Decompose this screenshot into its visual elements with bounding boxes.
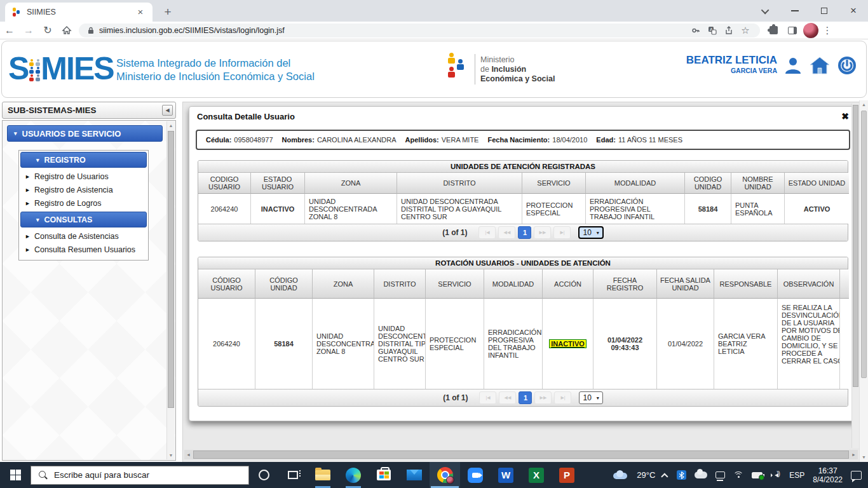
chrome-button[interactable] <box>430 462 460 488</box>
address-bar[interactable]: siimies.inclusion.gob.ec/SIIMIES/vistas/… <box>79 24 760 37</box>
sidebar-section-usuarios-de-servicio[interactable]: ▾ USUARIOS DE SERVICIO <box>7 125 163 142</box>
powerpoint-button[interactable]: P <box>552 462 582 488</box>
sidebar: SUB-SISTEMAS-MIES ◀ ▾ USUARIOS DE SERVIC… <box>2 102 176 461</box>
logout-power-icon[interactable] <box>837 55 857 76</box>
bluetooth-icon[interactable] <box>677 470 686 480</box>
horizontal-scroll-thumb[interactable] <box>193 451 849 459</box>
side-panel-icon[interactable] <box>784 27 801 34</box>
window-close-button[interactable]: × <box>839 0 868 22</box>
action-center-icon[interactable] <box>851 471 862 480</box>
browser-tab[interactable]: SIIMIES × <box>5 3 153 22</box>
last-page-button[interactable]: ▶| <box>554 391 571 404</box>
battery-icon[interactable] <box>752 472 763 478</box>
battery-status-badge <box>759 475 764 480</box>
window-restore-button[interactable] <box>810 0 839 22</box>
table1-header-cell: NOMBRE UNIDAD <box>731 173 785 194</box>
item-label: Registro de Logros <box>34 199 102 208</box>
panel-title: Consulta Detalle Usuario <box>197 112 841 121</box>
password-key-icon[interactable] <box>688 26 704 35</box>
cortana-icon <box>259 470 269 480</box>
start-button[interactable] <box>0 462 31 488</box>
microsoft-store-button[interactable] <box>369 462 399 488</box>
sidebar-collapse-button[interactable]: ◀ <box>162 105 173 116</box>
prev-page-button[interactable]: ◀◀ <box>498 226 515 239</box>
scroll-right-icon[interactable]: ► <box>850 450 858 459</box>
home-nav-icon[interactable] <box>809 56 831 75</box>
browser-tab-strip: SIIMIES × + × <box>0 0 868 22</box>
wifi-icon[interactable] <box>733 471 743 479</box>
next-page-button[interactable]: ▶▶ <box>534 226 551 239</box>
page-1-button[interactable]: 1 <box>519 391 532 404</box>
scroll-down-icon[interactable]: ▼ <box>860 453 868 462</box>
language-indicator[interactable]: ESP <box>789 471 804 480</box>
inner-vertical-scrollbar[interactable] <box>851 104 859 448</box>
scroll-left-icon[interactable]: ◄ <box>184 450 193 459</box>
sidebar-item-consulta-resumen-usuarios[interactable]: ► Consulta Resumen Usuarios <box>20 243 147 256</box>
inner-scroll-thumb[interactable] <box>853 105 858 387</box>
window-minimize-button[interactable] <box>780 0 810 22</box>
volume-icon[interactable] <box>771 471 781 479</box>
horizontal-scrollbar[interactable]: ◄ ► <box>184 450 858 459</box>
excel-button[interactable]: X <box>521 462 552 488</box>
back-button[interactable]: ← <box>0 25 19 36</box>
sidebar-scrollbar[interactable]: ▲ ▼ <box>166 121 175 459</box>
taskbar-search[interactable]: Escribe aquí para buscar <box>31 466 249 485</box>
table2-cell-zona: UNIDAD DESCONCENTRADA ZONAL 8 <box>313 299 374 389</box>
window-chevron-icon[interactable] <box>751 0 780 22</box>
rows-per-page-select[interactable]: 10 ▾ <box>579 391 602 404</box>
table2-header-cell: ZONA <box>313 269 374 299</box>
next-page-button[interactable]: ▶▶ <box>534 391 552 404</box>
onedrive-icon[interactable] <box>695 471 707 478</box>
cortana-button[interactable] <box>249 462 278 488</box>
share-icon[interactable] <box>721 26 737 35</box>
forward-button[interactable]: → <box>19 25 38 36</box>
browser-vertical-scrollbar[interactable]: ▲ ▼ <box>859 100 868 462</box>
sidebar-group-registro[interactable]: ▾ REGISTRO <box>20 152 147 168</box>
connect-display-icon[interactable] <box>715 471 725 478</box>
table1-grid: CODIGO USUARIO ESTADO USUARIO ZONA DISTR… <box>198 173 848 224</box>
zoom-button[interactable] <box>460 462 491 488</box>
table2-cell-fecha-registro: 01/04/2022 09:43:43 <box>593 299 657 389</box>
clock[interactable]: 16:37 8/4/2022 <box>813 466 843 484</box>
new-tab-button[interactable]: + <box>160 4 175 20</box>
scroll-down-icon[interactable]: ▼ <box>167 451 175 459</box>
user-profile-icon[interactable] <box>783 56 803 75</box>
weather-icon[interactable] <box>612 470 628 480</box>
tab-close-icon[interactable]: × <box>135 6 146 18</box>
table1-header-cell: ZONA <box>305 173 397 194</box>
sidebar-item-registro-de-asistencia[interactable]: ► Registro de Asistencia <box>20 183 147 196</box>
rows-per-page-select[interactable]: 10 ▾ <box>578 226 603 239</box>
translate-icon[interactable]: A <box>704 26 721 35</box>
browser-menu-icon[interactable]: ⋮ <box>821 25 834 36</box>
prev-page-button[interactable]: ◀◀ <box>499 391 516 404</box>
page-1-button[interactable]: 1 <box>518 226 531 239</box>
browser-scroll-thumb[interactable] <box>861 111 867 378</box>
temperature[interactable]: 29°C <box>637 470 655 480</box>
sidebar-scroll-thumb[interactable] <box>168 131 174 408</box>
sidebar-item-registro-de-usuarios[interactable]: ► Registro de Usuarios <box>20 170 147 183</box>
section-label: USUARIOS DE SERVICIO <box>22 129 121 139</box>
edge-button[interactable] <box>338 462 369 488</box>
file-explorer-button[interactable] <box>308 462 338 488</box>
word-button[interactable]: W <box>491 462 521 488</box>
sidebar-title: SUB-SISTEMAS-MIES <box>3 105 162 115</box>
extensions-puzzle-icon[interactable] <box>765 26 782 34</box>
mail-button[interactable] <box>399 462 430 488</box>
first-page-button[interactable]: |◀ <box>478 226 496 239</box>
scroll-up-icon[interactable]: ▲ <box>167 121 175 130</box>
sidebar-group-consultas[interactable]: ▾ CONSULTAS <box>20 212 147 227</box>
sidebar-item-consulta-de-asistencias[interactable]: ► Consulta de Asistencias <box>20 229 147 243</box>
sidebar-item-registro-de-logros[interactable]: ► Registro de Logros <box>20 196 147 210</box>
scroll-up-icon[interactable]: ▲ <box>860 100 868 109</box>
task-view-button[interactable] <box>278 462 308 488</box>
reload-button[interactable]: ↻ <box>38 24 57 36</box>
table2-header-cell: CÓDIGO UNIDAD <box>255 269 313 299</box>
panel-close-icon[interactable]: ✖ <box>841 111 849 121</box>
last-page-button[interactable]: ▶| <box>553 226 571 239</box>
home-button[interactable] <box>57 25 76 36</box>
bookmark-star-icon[interactable]: ☆ <box>737 25 754 36</box>
windows-logo-icon <box>10 470 21 480</box>
profile-avatar[interactable] <box>803 23 818 38</box>
tray-expand-icon[interactable] <box>661 473 668 480</box>
first-page-button[interactable]: |◀ <box>479 391 496 404</box>
